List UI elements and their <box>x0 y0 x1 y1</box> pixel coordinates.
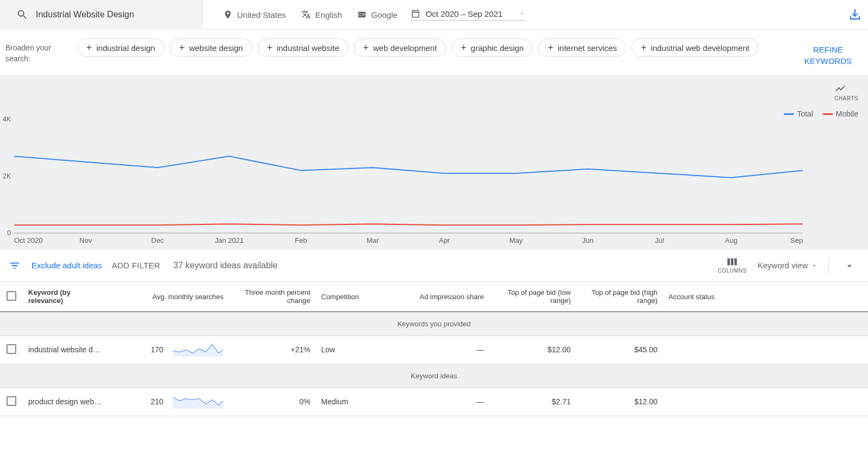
cell-keyword: product design web… <box>23 388 110 416</box>
broaden-chip-5[interactable]: +internet services <box>538 38 626 57</box>
network-filter[interactable]: Google <box>349 10 405 20</box>
dropdown-arrow-icon <box>811 262 818 269</box>
cell-low-bid: $2.71 <box>489 388 576 416</box>
svg-text:May: May <box>509 236 523 244</box>
cell-account <box>663 388 868 416</box>
broaden-label: Broaden your search: <box>5 43 65 64</box>
download-button[interactable] <box>848 8 861 21</box>
col-keyword[interactable]: Keyword (by relevance) <box>23 282 110 312</box>
col-high-bid[interactable]: Top of page bid (high range) <box>576 282 663 312</box>
svg-marker-19 <box>173 345 223 357</box>
translate-icon <box>301 10 311 20</box>
cell-low-bid: $12.00 <box>489 336 576 364</box>
charts-label: CHARTS <box>834 95 858 101</box>
svg-text:Jul: Jul <box>655 236 664 244</box>
keyword-view-dropdown[interactable]: Keyword view <box>757 261 818 270</box>
search-network-icon <box>357 10 367 20</box>
sparkline-icon <box>172 341 224 358</box>
col-impression-share[interactable]: Ad impression share <box>403 282 489 312</box>
svg-text:Oct 2020: Oct 2020 <box>14 236 43 244</box>
plus-icon: + <box>641 43 647 53</box>
location-filter[interactable]: United States <box>215 10 293 20</box>
col-low-bid[interactable]: Top of page bid (low range) <box>489 282 576 312</box>
table-header-row: Keyword (by relevance) Avg. monthly sear… <box>0 282 868 312</box>
broaden-chip-1[interactable]: +website design <box>170 38 252 57</box>
search-icon <box>16 9 28 21</box>
keyword-table: Keyword (by relevance) Avg. monthly sear… <box>0 282 868 416</box>
plus-icon: + <box>363 43 369 53</box>
broaden-chips: +industrial design +website design +indu… <box>77 38 792 57</box>
svg-text:Mar: Mar <box>367 236 379 244</box>
filter-funnel-icon[interactable] <box>9 260 21 272</box>
network-text: Google <box>371 10 397 20</box>
broaden-chip-6[interactable]: +industrial web development <box>631 38 758 57</box>
broaden-chip-3[interactable]: +web development <box>354 38 446 57</box>
svg-text:Dec: Dec <box>151 236 164 244</box>
search-box[interactable] <box>0 0 203 30</box>
svg-marker-20 <box>173 398 223 409</box>
ideas-available-text: 37 keyword ideas available <box>174 261 278 270</box>
svg-rect-16 <box>727 259 730 266</box>
columns-icon <box>726 257 738 267</box>
add-filter-button[interactable]: ADD FILTER <box>112 261 160 270</box>
table-row[interactable]: product design web… 210 0% Medium — $2.7… <box>0 388 868 416</box>
svg-text:Sep: Sep <box>790 236 803 244</box>
svg-text:Jan 2021: Jan 2021 <box>215 236 244 244</box>
plus-icon: + <box>547 43 553 53</box>
col-competition[interactable]: Competition <box>316 282 403 312</box>
trend-chart[interactable]: 02K4KOct 2020NovDecJan 2021FebMarAprMayJ… <box>0 81 868 249</box>
svg-rect-17 <box>731 259 733 266</box>
section-provided: Keywords you provided <box>0 312 868 336</box>
cell-competition: Low <box>316 336 403 364</box>
plus-icon: + <box>267 43 273 53</box>
dropdown-arrow-icon <box>519 10 525 17</box>
col-avg-searches[interactable]: Avg. monthly searches <box>110 282 229 312</box>
language-text: English <box>315 10 342 20</box>
broaden-chip-0[interactable]: +industrial design <box>77 38 164 57</box>
row-checkbox[interactable] <box>0 388 23 416</box>
cell-high-bid: $12.00 <box>576 388 663 416</box>
svg-text:Aug: Aug <box>725 236 737 244</box>
cell-impression: — <box>403 388 489 416</box>
location-text: United States <box>237 10 286 20</box>
columns-button[interactable]: COLUMNS <box>718 257 747 274</box>
col-account-status[interactable]: Account status <box>663 282 868 312</box>
exclude-adult-link[interactable]: Exclude adult ideas <box>31 261 102 270</box>
broaden-chip-4[interactable]: +graphic design <box>451 38 533 57</box>
col-three-month-change[interactable]: Three month percent change <box>229 282 316 312</box>
sparkline-icon <box>172 394 224 410</box>
broaden-search-section: Broaden your search: +industrial design … <box>0 30 868 76</box>
select-all-checkbox[interactable] <box>0 282 23 312</box>
language-filter[interactable]: English <box>293 10 349 20</box>
cell-keyword: industrial website d… <box>23 336 110 364</box>
chart-area: CHARTS Total Mobile 02K4KOct 2020NovDecJ… <box>0 76 868 249</box>
row-checkbox[interactable] <box>0 336 23 364</box>
divider <box>828 257 829 274</box>
svg-text:Feb: Feb <box>295 236 307 244</box>
svg-text:4K: 4K <box>3 115 11 123</box>
chart-type-toggle[interactable]: CHARTS <box>834 82 858 101</box>
cell-impression: — <box>403 336 489 364</box>
broaden-chip-2[interactable]: +industrial website <box>258 38 349 57</box>
date-range-text: Oct 2020 – Sep 2021 <box>426 9 503 18</box>
cell-change: 0% <box>229 388 316 416</box>
table-row[interactable]: industrial website d… 170 +21% Low — $12… <box>0 336 868 364</box>
svg-text:Nov: Nov <box>80 236 93 244</box>
chevron-up-icon <box>844 260 855 271</box>
legend-total: Total <box>784 109 813 118</box>
refine-keywords-button[interactable]: REFINEKEYWORDS <box>804 44 852 67</box>
cell-high-bid: $45.00 <box>576 336 663 364</box>
cell-avg: 170 <box>110 336 229 364</box>
download-icon <box>848 8 861 21</box>
line-chart-icon <box>834 82 846 94</box>
svg-text:0: 0 <box>7 229 11 237</box>
date-range-picker[interactable]: Oct 2020 – Sep 2021 <box>411 9 526 21</box>
plus-icon: + <box>179 43 185 53</box>
section-ideas: Keyword ideas <box>0 364 868 388</box>
svg-text:Apr: Apr <box>439 236 450 244</box>
cell-competition: Medium <box>316 388 403 416</box>
search-input[interactable] <box>36 10 188 20</box>
legend-mobile: Mobile <box>823 109 858 118</box>
expand-collapse-button[interactable] <box>840 260 859 271</box>
top-bar: United States English Google Oct 2020 – … <box>0 0 868 30</box>
